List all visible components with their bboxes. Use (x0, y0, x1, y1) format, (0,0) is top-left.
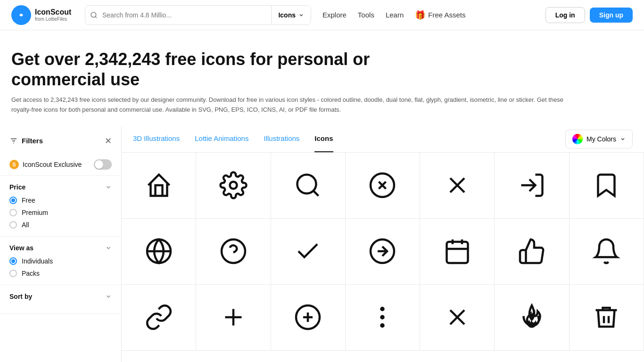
price-premium-option[interactable]: Premium (9, 209, 112, 216)
sort-by-header[interactable]: Sort by (9, 293, 112, 300)
bell-icon-cell[interactable] (570, 219, 644, 285)
nav-explore[interactable]: Explore (322, 11, 347, 19)
view-individuals-option[interactable]: Individuals (9, 257, 112, 265)
view-as-title: View as (9, 244, 33, 252)
nav-free-assets[interactable]: 🎁 Free Assets (415, 10, 465, 20)
view-as-radio-group: Individuals Packs (9, 257, 112, 277)
filter-icon (9, 137, 18, 145)
settings-icon (219, 171, 248, 199)
close-icon[interactable]: ✕ (105, 136, 112, 146)
tab-lottie-animations[interactable]: Lottie Animations (195, 126, 248, 152)
search-type-button[interactable]: Icons (271, 6, 311, 25)
more-vertical-icon (368, 303, 396, 331)
x-icon-cell[interactable] (420, 153, 495, 219)
arrow-right-circle-icon (368, 237, 396, 265)
help-circle-icon (219, 237, 248, 265)
auth-area: Log in Sign up (545, 7, 633, 23)
color-circle-icon (572, 134, 583, 144)
exclusive-toggle[interactable] (94, 159, 112, 170)
logo[interactable]: IconScout from LottieFiles (11, 5, 77, 25)
price-all-option[interactable]: All (9, 221, 112, 229)
check-icon (294, 237, 322, 265)
chevron-down-icon (298, 12, 304, 18)
plus-icon-cell[interactable] (196, 285, 271, 351)
more-vertical-icon-cell[interactable] (346, 285, 420, 351)
close-circle-icon (368, 171, 396, 199)
sort-by-section: Sort by (0, 285, 121, 314)
search-icon-wrap (85, 11, 102, 19)
x2-icon (443, 303, 471, 331)
link-icon (145, 303, 173, 331)
thumbs-up-icon (518, 237, 546, 265)
trash-icon (592, 303, 620, 331)
price-free-radio (9, 197, 17, 204)
exclusive-badge: S (9, 160, 19, 169)
price-all-radio (9, 221, 17, 229)
bookmark-icon (592, 171, 620, 199)
price-section-header[interactable]: Price (9, 183, 112, 191)
help-icon-cell[interactable] (196, 219, 271, 285)
check-icon-cell[interactable] (271, 219, 346, 285)
filters-label-text: Filters (22, 137, 43, 145)
nav-learn[interactable]: Learn (386, 11, 404, 19)
arrow-circle-icon-cell[interactable] (346, 219, 420, 285)
login-icon-cell[interactable] (495, 153, 569, 219)
chevron-down-icon (105, 245, 112, 251)
login-icon (518, 171, 546, 199)
exclusive-label-text: IconScout Exclusive (23, 161, 82, 168)
nav-tools[interactable]: Tools (358, 11, 374, 19)
logo-name: IconScout (35, 8, 71, 16)
search-icon-cell[interactable] (271, 153, 346, 219)
price-free-option[interactable]: Free (9, 197, 112, 204)
search-bar: Icons (85, 5, 311, 25)
calendar-icon-cell[interactable] (420, 219, 495, 285)
tabs-bar: 3D Illustrations Lottie Animations Illus… (122, 126, 644, 153)
close-circle-icon-cell[interactable] (346, 153, 420, 219)
search-icon (294, 171, 322, 199)
svg-point-23 (381, 308, 384, 310)
globe-icon-cell[interactable] (122, 219, 196, 285)
content-area: 3D Illustrations Lottie Animations Illus… (122, 126, 644, 362)
fire-icon-cell[interactable] (495, 285, 569, 351)
logo-sub: from LottieFiles (35, 16, 71, 22)
chevron-down-icon (105, 184, 112, 190)
calendar-icon (443, 237, 471, 265)
settings-icon-cell[interactable] (196, 153, 271, 219)
tab-icons[interactable]: Icons (314, 126, 333, 152)
my-colors-button[interactable]: My Colors (565, 130, 633, 148)
nav: Explore Tools Learn 🎁 Free Assets (322, 10, 465, 20)
hero-title: Get over 2,342,243 free icons for person… (11, 49, 436, 90)
add-circle-icon-cell[interactable] (271, 285, 346, 351)
svg-point-10 (222, 239, 245, 263)
price-radio-group: Free Premium All (9, 197, 112, 229)
bell-icon (592, 237, 620, 265)
trash-icon-cell[interactable] (570, 285, 644, 351)
thumbs-up-icon-cell[interactable] (495, 219, 569, 285)
tab-illustrations[interactable]: Illustrations (264, 126, 299, 152)
hero-description: Get access to 2,342,243 free icons selec… (11, 95, 577, 115)
view-as-section: View as Individuals Packs (0, 237, 121, 285)
price-title: Price (9, 183, 25, 191)
chevron-down-icon (105, 293, 112, 300)
filters-header: Filters ✕ (0, 136, 121, 154)
link-icon-cell[interactable] (122, 285, 196, 351)
search-icon (90, 11, 98, 19)
view-as-header[interactable]: View as (9, 244, 112, 252)
tab-3d-illustrations[interactable]: 3D Illustrations (133, 126, 180, 152)
home-icon-cell[interactable] (122, 153, 196, 219)
x2-icon-cell[interactable] (420, 285, 495, 351)
view-packs-option[interactable]: Packs (9, 270, 112, 277)
view-individuals-radio (9, 257, 17, 265)
tabs: 3D Illustrations Lottie Animations Illus… (133, 126, 333, 152)
header: IconScout from LottieFiles Icons Explore… (0, 0, 644, 30)
bookmark-icon-cell[interactable] (570, 153, 644, 219)
main-layout: Filters ✕ S IconScout Exclusive Price (0, 126, 644, 362)
svg-point-24 (381, 316, 384, 319)
svg-rect-14 (446, 242, 468, 263)
signup-button[interactable]: Sign up (590, 8, 633, 23)
login-button[interactable]: Log in (545, 7, 585, 23)
toggle-knob (95, 160, 103, 169)
plus-icon (219, 303, 248, 331)
exclusive-row: S IconScout Exclusive (0, 154, 121, 176)
search-input[interactable] (102, 11, 271, 19)
